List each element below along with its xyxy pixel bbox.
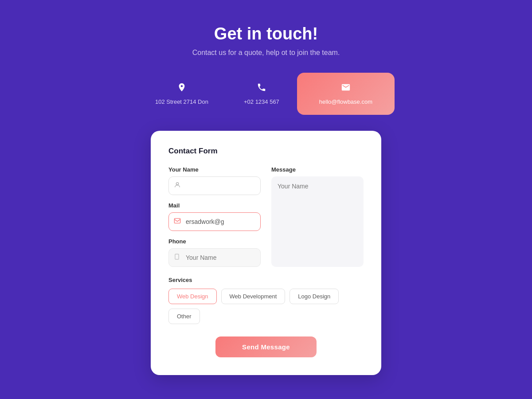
mail-input-wrapper [168,212,261,231]
send-btn-wrapper: Send Message [168,336,364,357]
mail-input[interactable] [168,212,261,231]
form-title: Contact Form [168,147,364,156]
email-icon [341,82,351,95]
name-input-wrapper [168,176,261,195]
page-wrapper: Get in touch! Contact us for a quote, he… [9,24,523,375]
message-textarea[interactable] [271,176,364,267]
phone-label: Phone [168,238,261,245]
phone-group: Phone [168,238,261,267]
service-web-design[interactable]: Web Design [168,289,217,304]
phone-input[interactable] [168,248,261,267]
services-label: Services [168,277,364,283]
service-logo-design[interactable]: Logo Design [289,289,339,304]
contact-info-bar: 102 Street 2714 Don +02 1234 567 hello@f… [137,73,395,115]
contact-phone: +02 1234 567 [226,74,297,113]
email-text: hello@flowbase.com [319,98,372,105]
service-web-development[interactable]: Web Development [221,289,286,304]
services-buttons: Web Design Web Development Logo Design O… [168,289,364,324]
name-group: Your Name [168,166,261,195]
contact-email[interactable]: hello@flowbase.com [297,73,395,115]
location-icon [177,82,187,95]
phone-text: +02 1234 567 [244,98,279,105]
form-grid: Your Name Mail [168,166,364,267]
address-text: 102 Street 2714 Don [155,98,208,105]
message-label: Message [271,166,364,173]
phone-input-wrapper [168,248,261,267]
send-message-button[interactable]: Send Message [215,336,317,357]
page-title: Get in touch! [214,24,318,43]
mail-label: Mail [168,202,261,209]
mail-group: Mail [168,202,261,231]
services-section: Services Web Design Web Development Logo… [168,277,364,324]
name-input[interactable] [168,176,261,195]
name-label: Your Name [168,166,261,173]
service-other[interactable]: Other [168,309,200,324]
contact-address: 102 Street 2714 Don [137,74,226,113]
form-right-col: Message [271,166,364,267]
contact-form-card: Contact Form Your Name Mail [151,131,381,375]
phone-icon [257,82,266,95]
form-left-col: Your Name Mail [168,166,261,267]
page-subtitle: Contact us for a quote, help ot to join … [192,49,340,57]
